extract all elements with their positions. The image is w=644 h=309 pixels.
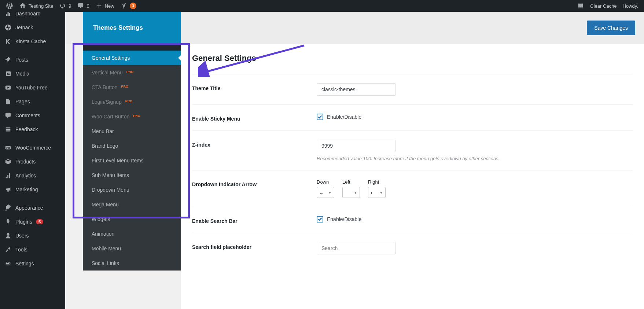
updates-link[interactable]: 9 — [56, 0, 74, 12]
sidebar-label: Feedback — [15, 126, 38, 132]
analytics-icon — [4, 172, 12, 179]
sec-item-mega-menu[interactable]: Mega Menu — [83, 197, 181, 212]
howdy-link[interactable]: Howdy, — [620, 0, 641, 12]
sec-item-mobile-menu[interactable]: Mobile Menu — [83, 241, 181, 256]
search-bar-checkbox-wrap[interactable]: Enable/Disable — [317, 216, 633, 222]
sticky-menu-checkbox-wrap[interactable]: Enable/Disable — [317, 114, 633, 120]
sec-item-sub-menu[interactable]: Sub Menu Items — [83, 168, 181, 183]
save-changes-label: Save Changes — [594, 25, 628, 31]
themes-settings-title: Themes Settings — [93, 24, 143, 32]
enable-disable-label: Enable/Disable — [327, 114, 361, 120]
theme-title-input[interactable] — [317, 83, 395, 96]
sidebar-item-products[interactable]: Products — [0, 155, 65, 169]
wrench-icon — [4, 246, 12, 253]
sec-label: Social Links — [92, 260, 119, 266]
sec-item-general-settings[interactable]: General Settings — [83, 51, 181, 65]
sidebar-item-woocommerce[interactable]: woo WooCommerce — [0, 141, 65, 155]
sec-item-social-links[interactable]: Social Links — [83, 256, 181, 271]
sidebar-label: Products — [15, 159, 36, 165]
comments-count: 0 — [87, 3, 89, 9]
howdy-label: Howdy, — [623, 3, 638, 9]
sidebar-item-analytics[interactable]: Analytics — [0, 169, 65, 183]
sidebar-label: Posts — [15, 57, 28, 63]
zindex-input[interactable] — [317, 140, 395, 152]
comments-icon — [4, 112, 12, 119]
sidebar-item-tools[interactable]: Tools — [0, 243, 65, 257]
site-home-link[interactable]: Testing Site — [16, 0, 56, 12]
form-heading: General Settings — [192, 54, 633, 63]
row-zindex: Z-index Recommended value 100. Increase … — [192, 130, 633, 170]
new-content-link[interactable]: New — [92, 0, 117, 12]
search-placeholder-input[interactable] — [317, 242, 395, 254]
sidebar-item-posts[interactable]: Posts — [0, 53, 65, 67]
sidebar-label: Settings — [15, 261, 34, 266]
sec-label: Mobile Menu — [92, 246, 121, 251]
sidebar-label: WooCommerce — [15, 145, 51, 151]
search-bar-label: Enable Search Bar — [192, 216, 317, 224]
sidebar-item-feedback[interactable]: Feedback — [0, 122, 65, 136]
row-search-placeholder: Search field placeholder — [192, 233, 633, 263]
sidebar-label: Kinsta Cache — [15, 38, 46, 44]
kinsta-icon — [4, 38, 12, 45]
sidebar-item-youtube[interactable]: YouTube Free — [0, 81, 65, 95]
notifications-icon — [577, 2, 584, 10]
sidebar-item-kinsta[interactable]: Kinsta Cache — [0, 34, 65, 48]
left-label: Left — [342, 179, 360, 185]
sidebar-separator — [0, 196, 65, 201]
sidebar-label: Comments — [15, 113, 40, 118]
save-changes-button[interactable]: Save Changes — [587, 21, 635, 35]
sidebar-item-users[interactable]: Users — [0, 229, 65, 243]
sidebar-item-marketing[interactable]: Marketing — [0, 183, 65, 196]
sec-item-cta-button[interactable]: CTA Button PRO — [83, 80, 181, 95]
clear-cache-link[interactable]: Clear Cache — [587, 0, 619, 12]
notifications-link[interactable] — [574, 0, 587, 12]
caret-down-icon: ▼ — [354, 191, 357, 195]
sec-item-vertical-menu[interactable]: Vertical Menu PRO — [83, 65, 181, 80]
sec-item-login-signup[interactable]: Login/Signup PRO — [83, 95, 181, 109]
megaphone-icon — [4, 186, 12, 193]
down-arrow-select[interactable]: ⌄ ▼ — [317, 187, 334, 198]
sidebar-item-settings[interactable]: Settings — [0, 257, 65, 271]
sec-item-woo-cart-button[interactable]: Woo Cart Button PRO — [83, 109, 181, 124]
sec-label: Animation — [92, 231, 114, 237]
svg-point-0 — [5, 25, 11, 30]
plus-icon — [95, 2, 103, 10]
sidebar-item-appearance[interactable]: Appearance — [0, 201, 65, 215]
row-theme-title: Theme Title — [192, 74, 633, 104]
sidebar-label: Appearance — [15, 205, 43, 211]
sec-label: Widgets — [92, 216, 110, 222]
zindex-help-text: Recommended value 100. Increase more if … — [317, 156, 633, 161]
sidebar-item-media[interactable]: Media — [0, 67, 65, 81]
sidebar-label: YouTube Free — [15, 85, 48, 91]
sidebar-label: Plugins — [15, 219, 32, 225]
yoast-link[interactable]: 3 — [117, 0, 139, 12]
sidebar-item-dashboard[interactable]: Dashboard — [0, 12, 65, 21]
sec-item-widgets[interactable]: Widgets — [83, 212, 181, 227]
row-search-bar: Enable Search Bar Enable/Disable — [192, 207, 633, 233]
sec-item-animation[interactable]: Animation — [83, 227, 181, 241]
right-arrow-select[interactable]: › ▼ — [368, 187, 386, 198]
sidebar-item-comments[interactable]: Comments — [0, 108, 65, 122]
site-name: Testing Site — [29, 3, 53, 9]
left-arrow-select[interactable]: ▼ — [342, 187, 360, 198]
sec-item-brand-logo[interactable]: Brand Logo — [83, 139, 181, 153]
sidebar-item-pages[interactable]: Pages — [0, 95, 65, 108]
sec-label: First Level Menu Items — [92, 158, 144, 163]
svg-text:woo: woo — [5, 147, 11, 149]
clear-cache-label: Clear Cache — [590, 3, 617, 9]
theme-title-label: Theme Title — [192, 83, 317, 91]
pro-badge: PRO — [121, 85, 128, 88]
comments-link[interactable]: 0 — [74, 0, 92, 12]
sidebar-item-jetpack[interactable]: Jetpack — [0, 21, 65, 34]
sec-item-first-level-menu[interactable]: First Level Menu Items — [83, 153, 181, 168]
sidebar-label: Media — [15, 71, 29, 77]
settings-form: General Settings Theme Title Enable Stic… — [181, 44, 644, 309]
sec-label: CTA Button — [92, 84, 118, 90]
wp-logo-menu[interactable] — [3, 0, 16, 12]
sidebar-item-plugins[interactable]: Plugins 5 — [0, 215, 65, 229]
sec-item-dropdown-menu[interactable]: Dropdown Menu — [83, 183, 181, 197]
sec-item-menu-bar[interactable]: Menu Bar — [83, 124, 181, 139]
chevron-right-icon: › — [371, 190, 372, 195]
sidebar-separator — [0, 136, 65, 141]
sec-label: Dropdown Menu — [92, 187, 129, 193]
